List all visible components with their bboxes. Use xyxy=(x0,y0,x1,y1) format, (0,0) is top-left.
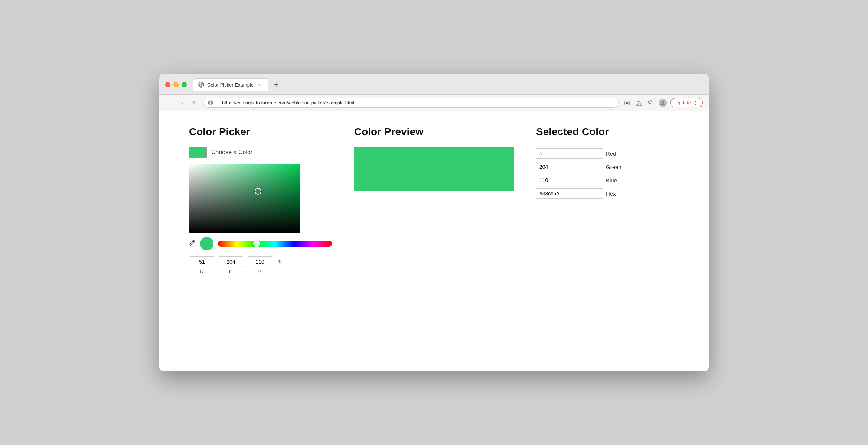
green-input-group: G xyxy=(218,256,244,275)
color-preview-column: Color Preview xyxy=(354,126,514,277)
address-globe-icon xyxy=(208,100,213,105)
new-tab-button[interactable]: + xyxy=(271,79,281,91)
mode-selector[interactable]: ⇅ xyxy=(276,256,285,267)
page-content: Color Picker Choose a Color xyxy=(159,111,709,371)
svg-line-9 xyxy=(193,241,194,242)
svg-rect-5 xyxy=(636,100,642,106)
blue-label: B xyxy=(258,269,262,275)
color-picker-column: Color Picker Choose a Color xyxy=(189,126,332,277)
selected-color-row: Red xyxy=(536,147,624,160)
color-preview-box xyxy=(354,147,514,191)
selected-color-label: Blue xyxy=(606,173,624,187)
gradient-base xyxy=(189,164,300,233)
maximize-traffic-light[interactable] xyxy=(182,82,187,87)
hue-slider[interactable] xyxy=(218,241,332,247)
forward-button[interactable]: › xyxy=(178,99,186,107)
selected-color-table: RedGreenBlueHex xyxy=(536,147,624,200)
extensions-icon[interactable] xyxy=(647,99,655,107)
color-circle-preview xyxy=(200,237,213,250)
tab-title: Color Picker Example xyxy=(207,82,254,88)
svg-point-8 xyxy=(662,101,664,103)
selected-color-row: Hex xyxy=(536,187,624,200)
update-button[interactable]: Update ⋮ xyxy=(670,98,703,107)
devtools-icon[interactable]: {=} xyxy=(623,99,631,107)
minimize-traffic-light[interactable] xyxy=(173,82,179,87)
red-input[interactable] xyxy=(189,256,215,267)
selected-color-label: Red xyxy=(606,147,624,160)
color-preview-title: Color Preview xyxy=(354,126,514,138)
red-input-group: R xyxy=(189,256,215,275)
eyedropper-button[interactable] xyxy=(189,240,196,248)
address-input-container[interactable]: https://codingkata.tardate.com/web/color… xyxy=(203,98,619,108)
selected-color-input[interactable] xyxy=(536,148,603,159)
address-bar: ‹ › ↻ https://codingkata.tardate.com/web… xyxy=(159,95,709,111)
rgb-inputs: R G B ⇅ xyxy=(189,256,332,275)
tab-favicon xyxy=(198,82,204,88)
choose-color-label: Choose a Color xyxy=(211,149,252,156)
reload-button[interactable]: ↻ xyxy=(190,99,199,107)
red-label: R xyxy=(200,269,203,275)
color-swatch-input[interactable] xyxy=(189,147,207,158)
back-button[interactable]: ‹ xyxy=(165,99,173,107)
toolbar-icons: {=} xyxy=(623,98,703,107)
mode-selector-group: ⇅ xyxy=(276,256,285,275)
close-traffic-light[interactable] xyxy=(165,82,170,87)
active-tab[interactable]: Color Picker Example × xyxy=(193,78,268,91)
selected-color-input[interactable] xyxy=(536,175,603,185)
green-label: G xyxy=(229,269,233,275)
selected-color-row: Green xyxy=(536,160,624,173)
svg-point-6 xyxy=(637,104,638,105)
tabs-row: Color Picker Example × + xyxy=(193,78,281,91)
green-input[interactable] xyxy=(218,256,244,267)
blue-input-group: B xyxy=(247,256,273,275)
color-gradient-box[interactable] xyxy=(189,164,300,233)
selected-color-label: Green xyxy=(606,160,624,173)
blue-input[interactable] xyxy=(247,256,273,267)
update-more-icon: ⋮ xyxy=(693,100,698,105)
selected-color-input[interactable] xyxy=(536,162,603,172)
picker-controls xyxy=(189,237,332,250)
selected-color-label: Hex xyxy=(606,187,624,200)
update-button-label: Update xyxy=(675,100,691,105)
selected-color-column: Selected Color RedGreenBlueHex xyxy=(536,126,679,277)
url-text: https://codingkata.tardate.com/web/color… xyxy=(222,100,354,105)
hue-slider-thumb xyxy=(253,240,260,247)
user-avatar[interactable] xyxy=(659,99,667,107)
selected-color-row: Blue xyxy=(536,173,624,187)
title-bar: Color Picker Example × + xyxy=(159,74,709,95)
traffic-lights xyxy=(165,82,187,87)
browser-window: Color Picker Example × + ‹ › ↻ https://c… xyxy=(159,74,709,371)
selected-color-input[interactable] xyxy=(536,188,603,199)
page-columns: Color Picker Choose a Color xyxy=(189,126,679,277)
color-input-row: Choose a Color xyxy=(189,147,332,158)
rss-icon[interactable] xyxy=(635,99,643,107)
tab-close-button[interactable]: × xyxy=(257,82,262,88)
color-picker-title: Color Picker xyxy=(189,126,332,138)
selected-color-title: Selected Color xyxy=(536,126,679,138)
